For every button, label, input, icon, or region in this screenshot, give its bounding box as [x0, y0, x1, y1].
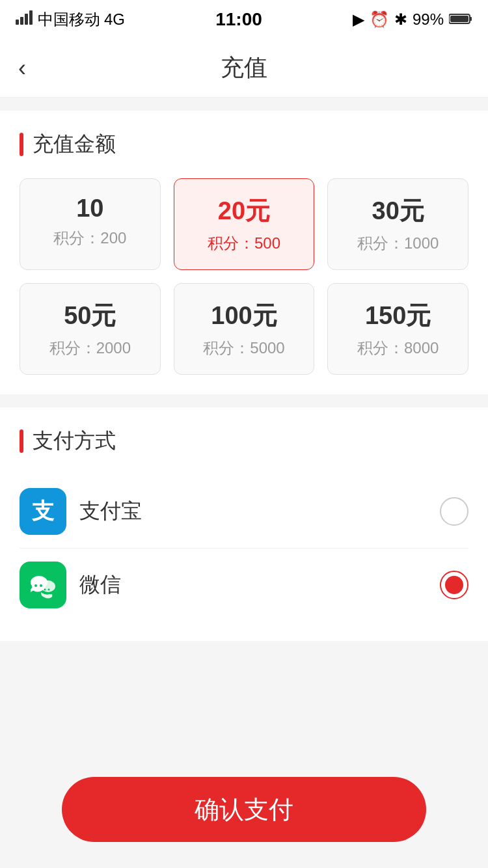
amount-points: 积分：8000 [357, 339, 439, 357]
network-label: 4G [104, 10, 125, 29]
payment-section: 支付方式 支 支付宝 [0, 407, 488, 641]
amount-section: 充值金额 10 积分：200 20元 积分：500 30元 积分：1000 50… [0, 111, 488, 394]
page-title: 充值 [221, 52, 267, 84]
payment-item-wechat[interactable]: 微信 [20, 549, 468, 621]
svg-rect-3 [29, 10, 33, 25]
svg-rect-6 [450, 16, 468, 22]
amount-points: 积分：1000 [357, 234, 439, 252]
amount-grid: 10 积分：200 20元 积分：500 30元 积分：1000 50元 积分：… [20, 178, 468, 375]
svg-rect-5 [470, 17, 472, 21]
svg-point-13 [48, 589, 50, 591]
amount-card-150[interactable]: 150元 积分：8000 [327, 283, 468, 375]
nav-bar: ‹ 充值 [0, 39, 488, 98]
payment-bar-accent [20, 429, 23, 453]
payment-item-alipay[interactable]: 支 支付宝 [20, 475, 468, 549]
svg-point-12 [44, 589, 46, 591]
amount-points: 积分：2000 [49, 339, 131, 357]
payment-radio-alipay[interactable] [440, 497, 468, 526]
amount-card-30[interactable]: 30元 积分：1000 [327, 178, 468, 270]
location-icon: ▶ [353, 10, 364, 29]
amount-points: 积分：200 [53, 229, 126, 247]
signal-icon [16, 10, 34, 29]
section-bar-accent [20, 133, 23, 156]
status-time: 11:00 [215, 9, 262, 30]
status-bar: 中国移动 4G 11:00 ▶ ⏰ ✱ 99% [0, 0, 488, 39]
status-right: ▶ ⏰ ✱ 99% [353, 10, 472, 29]
clock-icon: ⏰ [370, 10, 389, 29]
amount-card-10[interactable]: 10 积分：200 [20, 178, 161, 270]
amount-card-100[interactable]: 100元 积分：5000 [174, 283, 315, 375]
payment-title-row: 支付方式 [20, 427, 468, 455]
svg-rect-1 [20, 17, 23, 25]
alipay-icon: 支 [20, 488, 66, 535]
amount-title-row: 充值金额 [20, 130, 468, 159]
payment-radio-wechat[interactable] [440, 571, 468, 599]
amount-value: 10 [31, 195, 150, 223]
svg-point-10 [34, 584, 37, 587]
amount-value: 30元 [338, 195, 457, 228]
battery-icon [449, 10, 472, 29]
carrier-label: 中国移动 [38, 9, 100, 30]
amount-section-title: 充值金额 [33, 130, 116, 159]
amount-value: 50元 [31, 299, 150, 332]
amount-card-50[interactable]: 50元 积分：2000 [20, 283, 161, 375]
confirm-payment-button[interactable]: 确认支付 [62, 777, 426, 842]
svg-point-11 [40, 584, 42, 587]
battery-label: 99% [413, 10, 444, 29]
svg-rect-2 [25, 14, 28, 25]
amount-points: 积分：500 [208, 234, 280, 252]
payment-list: 支 支付宝 微信 [20, 475, 468, 621]
payment-name-alipay: 支付宝 [79, 497, 440, 526]
payment-name-wechat: 微信 [79, 571, 440, 599]
amount-value: 150元 [338, 299, 457, 332]
amount-value: 20元 [185, 195, 304, 228]
payment-section-title: 支付方式 [33, 427, 116, 455]
status-left: 中国移动 4G [16, 9, 125, 30]
wechat-icon [20, 562, 66, 608]
amount-value: 100元 [185, 299, 304, 332]
amount-card-20[interactable]: 20元 积分：500 [174, 178, 315, 270]
confirm-button-wrap: 确认支付 [62, 777, 426, 842]
amount-points: 积分：5000 [203, 339, 284, 357]
bluetooth-icon: ✱ [394, 10, 407, 29]
svg-rect-0 [16, 20, 19, 25]
back-button[interactable]: ‹ [18, 55, 26, 82]
